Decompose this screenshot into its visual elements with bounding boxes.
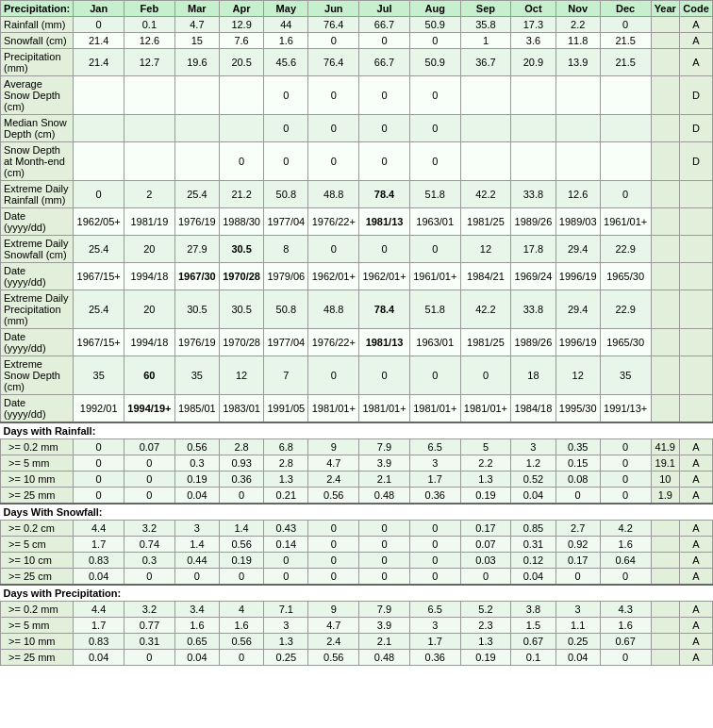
table-cell: 1.6 bbox=[264, 33, 308, 49]
table-cell: A bbox=[680, 17, 713, 33]
table-cell: 0 bbox=[74, 488, 124, 505]
table-cell: 0.52 bbox=[511, 472, 555, 488]
table-cell: 6.5 bbox=[409, 602, 460, 618]
table-cell: 0 bbox=[308, 142, 359, 181]
row-label: Rainfall (mm) bbox=[1, 17, 74, 33]
table-cell: 9 bbox=[308, 602, 359, 618]
table-cell: 1981/25 bbox=[460, 329, 511, 356]
table-cell: 0.04 bbox=[174, 650, 219, 666]
table-cell: A bbox=[680, 618, 713, 634]
table-cell: 1989/26 bbox=[511, 208, 555, 236]
table-cell: 0 bbox=[600, 650, 651, 666]
table-cell: 1983/01 bbox=[219, 395, 263, 423]
table-cell: 1.4 bbox=[174, 537, 219, 553]
table-cell: 44 bbox=[264, 17, 308, 33]
table-cell: 17.8 bbox=[511, 236, 555, 263]
row-label: Date (yyyy/dd) bbox=[1, 208, 74, 236]
row-label: >= 0.2 cm bbox=[1, 521, 74, 537]
table-cell: 0.04 bbox=[511, 569, 555, 586]
row-label: >= 10 mm bbox=[1, 634, 74, 650]
table-cell: 10 bbox=[651, 472, 680, 488]
table-cell: 48.8 bbox=[308, 181, 359, 208]
table-cell: 0.64 bbox=[600, 553, 651, 569]
table-cell: 0.12 bbox=[511, 553, 555, 569]
table-row: >= 25 mm0.0400.0400.250.560.480.360.190.… bbox=[1, 650, 713, 666]
table-cell: 0.14 bbox=[264, 537, 308, 553]
table-cell: 0.36 bbox=[409, 650, 460, 666]
table-cell: 41.9 bbox=[651, 439, 680, 455]
table-row: Extreme Daily Rainfall (mm)0225.421.250.… bbox=[1, 181, 713, 208]
table-cell: 0 bbox=[74, 17, 124, 33]
table-cell: 1991/05 bbox=[264, 395, 308, 423]
table-cell: 0 bbox=[308, 356, 359, 395]
table-cell bbox=[74, 115, 124, 142]
table-cell bbox=[680, 395, 713, 423]
table-cell: 1988/30 bbox=[219, 208, 263, 236]
table-cell: 35 bbox=[600, 356, 651, 395]
table-row: Date (yyyy/dd)1967/15+1994/181967/301970… bbox=[1, 263, 713, 290]
row-label: Snowfall (cm) bbox=[1, 33, 74, 49]
table-cell bbox=[680, 236, 713, 263]
table-cell: 29.4 bbox=[555, 290, 600, 329]
section-header: Days with Precipitation: bbox=[1, 585, 713, 602]
row-label: Date (yyyy/dd) bbox=[1, 263, 74, 290]
table-cell: 1.7 bbox=[74, 537, 124, 553]
table-cell: 0.36 bbox=[409, 488, 460, 505]
table-cell: 0 bbox=[600, 488, 651, 505]
table-cell: 35 bbox=[174, 356, 219, 395]
table-cell: 12.7 bbox=[124, 49, 175, 76]
section-header: Days With Snowfall: bbox=[1, 504, 713, 521]
table-cell: 21.4 bbox=[74, 49, 124, 76]
apr-header: Apr bbox=[219, 1, 263, 17]
table-cell: 1976/19 bbox=[174, 329, 219, 356]
table-cell bbox=[651, 208, 680, 236]
feb-header: Feb bbox=[124, 1, 175, 17]
table-cell: 0 bbox=[308, 569, 359, 586]
table-cell bbox=[651, 395, 680, 423]
table-cell: 1984/21 bbox=[460, 263, 511, 290]
table-cell: 0 bbox=[219, 569, 263, 586]
table-cell bbox=[460, 76, 511, 115]
row-label: >= 10 mm bbox=[1, 472, 74, 488]
table-cell: 29.4 bbox=[555, 236, 600, 263]
table-cell: 1977/04 bbox=[264, 208, 308, 236]
table-cell: 35.8 bbox=[460, 17, 511, 33]
table-cell: 0.93 bbox=[219, 455, 263, 472]
table-cell: A bbox=[680, 569, 713, 586]
table-row: >= 5 mm000.30.932.84.73.932.21.20.15019.… bbox=[1, 455, 713, 472]
table-cell: 0 bbox=[409, 553, 460, 569]
table-cell: 12 bbox=[460, 236, 511, 263]
table-cell: 0 bbox=[600, 569, 651, 586]
table-cell: 4.7 bbox=[174, 17, 219, 33]
table-cell bbox=[651, 142, 680, 181]
jan-header: Jan bbox=[74, 1, 124, 17]
table-cell: 0 bbox=[219, 142, 263, 181]
table-cell bbox=[174, 142, 219, 181]
table-cell: 2.7 bbox=[555, 521, 600, 537]
table-cell: 0 bbox=[308, 537, 359, 553]
table-cell: 1965/30 bbox=[600, 263, 651, 290]
row-label: >= 5 mm bbox=[1, 618, 74, 634]
table-cell: 0.43 bbox=[264, 521, 308, 537]
table-cell: 0 bbox=[174, 569, 219, 586]
table-cell: 1976/22+ bbox=[308, 329, 359, 356]
table-cell: 0 bbox=[359, 142, 410, 181]
table-cell: 0.04 bbox=[74, 650, 124, 666]
table-cell: 2 bbox=[124, 181, 175, 208]
table-cell: 1962/05+ bbox=[74, 208, 124, 236]
table-cell: 4.3 bbox=[600, 602, 651, 618]
table-cell: 2.1 bbox=[359, 472, 410, 488]
table-cell: 1994/19+ bbox=[124, 395, 175, 423]
table-cell: 0.31 bbox=[124, 634, 175, 650]
table-cell: 1.7 bbox=[409, 634, 460, 650]
table-cell: 12 bbox=[219, 356, 263, 395]
table-cell: 51.8 bbox=[409, 290, 460, 329]
table-cell: 1.3 bbox=[264, 472, 308, 488]
table-cell: 4 bbox=[219, 602, 263, 618]
table-cell: 0 bbox=[264, 553, 308, 569]
table-cell: 8 bbox=[264, 236, 308, 263]
table-cell: 2.2 bbox=[460, 455, 511, 472]
table-cell: 0 bbox=[219, 650, 263, 666]
table-cell bbox=[680, 290, 713, 329]
row-label: >= 0.2 mm bbox=[1, 602, 74, 618]
